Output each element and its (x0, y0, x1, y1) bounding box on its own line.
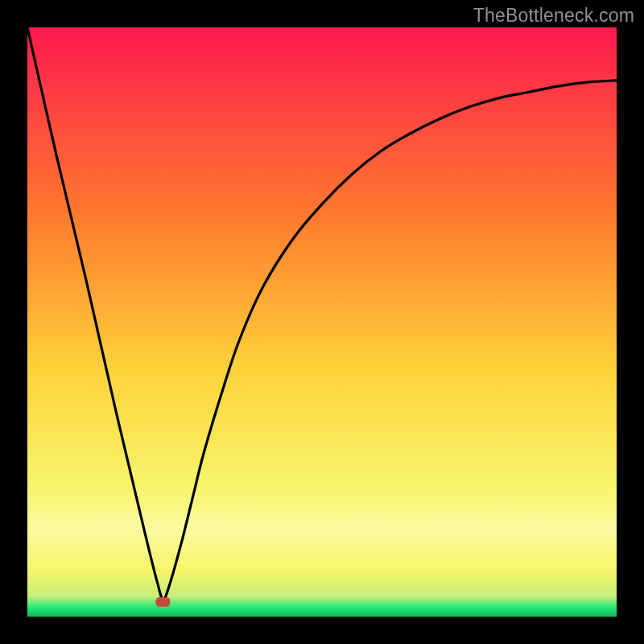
attribution-text: TheBottleneck.com (473, 5, 634, 27)
chart-plot (27, 27, 617, 617)
chart-frame: TheBottleneck.com (0, 0, 644, 644)
minimum-marker (155, 597, 170, 607)
chart-background (27, 27, 617, 617)
